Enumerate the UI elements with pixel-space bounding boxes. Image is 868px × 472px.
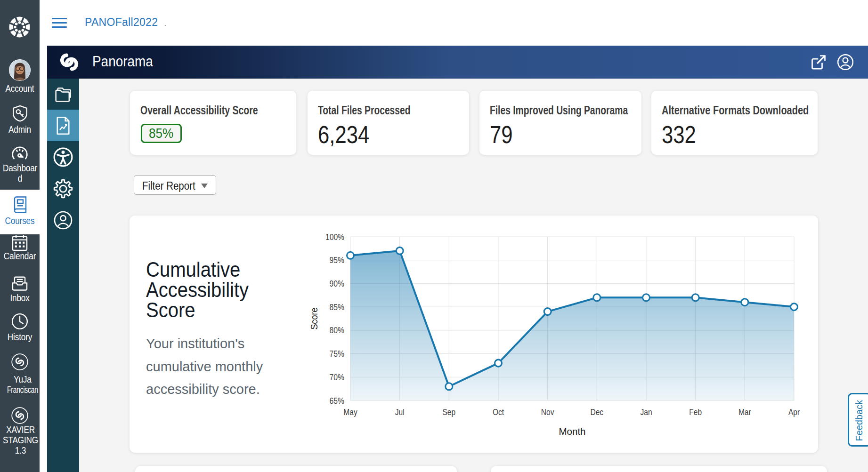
svg-text:Nov: Nov bbox=[541, 407, 554, 417]
svg-text:90%: 90% bbox=[330, 279, 345, 288]
svg-text:100%: 100% bbox=[325, 232, 344, 242]
svg-text:Score: Score bbox=[309, 308, 319, 330]
svg-text:95%: 95% bbox=[330, 255, 345, 265]
svg-text:Oct: Oct bbox=[493, 407, 504, 417]
svg-text:Apr: Apr bbox=[788, 407, 800, 417]
svg-text:Mar: Mar bbox=[738, 407, 751, 417]
svg-text:Feb: Feb bbox=[689, 407, 702, 417]
svg-text:May: May bbox=[343, 407, 357, 417]
svg-text:75%: 75% bbox=[330, 349, 345, 359]
svg-text:65%: 65% bbox=[330, 396, 345, 406]
svg-text:Dec: Dec bbox=[590, 407, 603, 417]
svg-text:80%: 80% bbox=[330, 325, 345, 335]
svg-text:85%: 85% bbox=[330, 302, 345, 312]
svg-text:70%: 70% bbox=[330, 372, 345, 382]
svg-text:Sep: Sep bbox=[442, 407, 455, 417]
svg-text:Jul: Jul bbox=[395, 407, 405, 417]
svg-text:Jan: Jan bbox=[640, 407, 652, 417]
svg-text:Month: Month bbox=[559, 426, 586, 437]
